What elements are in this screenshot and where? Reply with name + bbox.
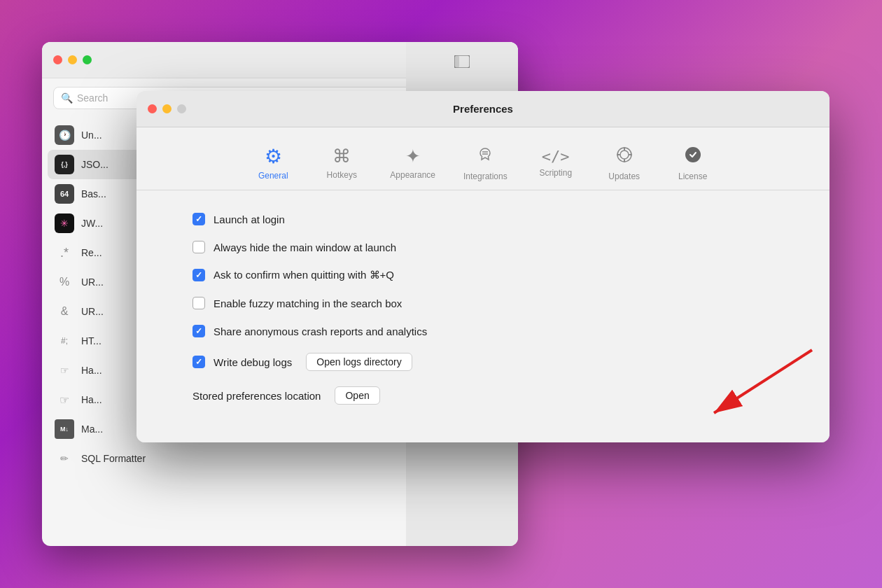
debug-logs-label: Write debug logs <box>214 356 292 368</box>
sidebar-item-label: Ha... <box>81 394 102 405</box>
modal-maximize-button[interactable] <box>177 104 186 113</box>
url-encode-icon: % <box>55 272 74 292</box>
hide-main-checkbox[interactable] <box>192 241 205 253</box>
sql-icon: ✏ <box>55 449 74 468</box>
tab-hotkeys-label: Hotkeys <box>327 170 357 180</box>
crash-reports-checkbox[interactable] <box>192 325 205 337</box>
launch-login-row: Launch at login <box>192 213 774 225</box>
preferences-content: Launch at login Always hide the main win… <box>136 190 830 442</box>
tab-scripting-label: Scripting <box>539 168 572 178</box>
debug-logs-checkbox[interactable] <box>192 356 205 368</box>
fuzzy-match-row: Enable fuzzy matching in the search box <box>192 297 774 309</box>
search-placeholder: Search <box>77 92 108 104</box>
bg-close-button[interactable] <box>53 55 62 64</box>
tab-general[interactable]: ⚙ General <box>241 139 304 189</box>
search-icon: 🔍 <box>61 92 73 104</box>
jwt-icon: ✳ <box>55 214 74 233</box>
url-decode-icon: & <box>55 302 74 321</box>
sidebar-item-label: Bas... <box>81 188 106 200</box>
hide-main-row: Always hide the main window at launch <box>192 241 774 253</box>
fuzzy-match-label: Enable fuzzy matching in the search box <box>214 298 402 309</box>
fingerprint-icon: ☞ <box>55 390 74 410</box>
tab-scripting[interactable]: </> Scripting <box>524 142 587 186</box>
sidebar-item-label: JSO... <box>81 159 108 170</box>
json-icon: {,} <box>55 155 74 174</box>
modal-close-button[interactable] <box>148 104 157 113</box>
integrations-icon <box>475 144 495 169</box>
sidebar-item-label: SQL Formatter <box>81 453 146 464</box>
tab-license-label: License <box>678 172 707 181</box>
sidebar-item-label: UR... <box>81 276 104 288</box>
confirm-quit-row: Ask to confirm when quitting with ⌘+Q <box>192 269 774 281</box>
svg-point-6 <box>685 147 701 162</box>
tab-appearance-label: Appearance <box>390 170 435 180</box>
modal-traffic-lights <box>148 104 186 113</box>
launch-login-checkbox[interactable] <box>192 213 205 225</box>
hotkeys-icon: ⌘ <box>332 146 351 167</box>
sidebar-item-label: HT... <box>81 335 102 346</box>
open-prefs-button[interactable]: Open <box>335 386 379 405</box>
sidebar-item-label: Ha... <box>81 365 102 376</box>
modal-title: Preferences <box>453 103 513 115</box>
stored-prefs-label: Stored preferences location <box>192 390 321 402</box>
sidebar-item-label: UR... <box>81 306 104 317</box>
tab-hotkeys[interactable]: ⌘ Hotkeys <box>310 140 373 188</box>
bg-minimize-button[interactable] <box>68 55 77 64</box>
preferences-modal: Preferences ⚙ General ⌘ Hotkeys ✦ Appear… <box>136 91 830 442</box>
appearance-icon: ✦ <box>405 146 421 167</box>
html-icon: #; <box>55 331 74 351</box>
bg-maximize-button[interactable] <box>83 55 92 64</box>
tab-appearance[interactable]: ✦ Appearance <box>379 140 447 188</box>
sidebar-item-label: Ma... <box>81 424 103 435</box>
tabs-bar: ⚙ General ⌘ Hotkeys ✦ Appearance Integra… <box>136 127 830 190</box>
hide-main-label: Always hide the main window at launch <box>214 241 396 253</box>
general-icon: ⚙ <box>265 145 282 168</box>
stored-prefs-row: Stored preferences location Open <box>192 386 774 405</box>
svg-point-5 <box>620 150 629 159</box>
crash-reports-label: Share anonymous crash reports and analyt… <box>214 326 427 337</box>
debug-logs-row: Write debug logs Open logs directory <box>192 353 774 371</box>
updates-icon <box>615 145 634 169</box>
confirm-quit-checkbox[interactable] <box>192 269 205 281</box>
fuzzy-match-checkbox[interactable] <box>192 297 205 309</box>
svg-rect-1 <box>454 55 459 68</box>
modal-titlebar: Preferences <box>136 91 830 127</box>
sidebar-toggle-icon[interactable] <box>452 52 472 71</box>
markdown-icon: M↓ <box>55 419 74 439</box>
regex-icon: .* <box>55 243 74 262</box>
tab-integrations[interactable]: Integrations <box>452 139 519 190</box>
clock-icon: 🕐 <box>55 125 74 145</box>
sidebar-item-label: JW... <box>81 218 103 229</box>
sidebar-item-label: Re... <box>81 247 102 258</box>
hash-icon: ☞ <box>55 360 74 380</box>
base64-icon: 64 <box>55 184 74 204</box>
tab-general-label: General <box>258 171 288 181</box>
modal-minimize-button[interactable] <box>162 104 172 113</box>
tab-license[interactable]: License <box>662 139 724 190</box>
tab-updates[interactable]: Updates <box>593 139 656 190</box>
tab-updates-label: Updates <box>608 172 640 181</box>
sidebar-item-label: Un... <box>81 130 102 141</box>
license-icon <box>683 145 703 169</box>
tab-integrations-label: Integrations <box>463 172 507 181</box>
open-logs-directory-button[interactable]: Open logs directory <box>306 353 412 371</box>
scripting-icon: </> <box>542 148 570 165</box>
crash-reports-row: Share anonymous crash reports and analyt… <box>192 325 774 337</box>
launch-login-label: Launch at login <box>214 214 285 225</box>
confirm-quit-label: Ask to confirm when quitting with ⌘+Q <box>214 269 394 281</box>
